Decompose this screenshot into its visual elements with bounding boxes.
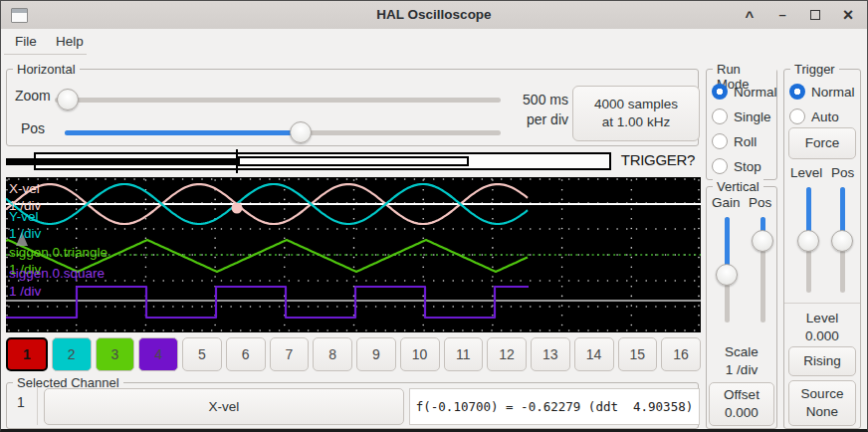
- radio-normal[interactable]: Normal: [789, 82, 855, 102]
- horizontal-panel: Horizontal Zoom Pos 500 ms per div 4000 …: [6, 69, 699, 146]
- offset-button[interactable]: Offset 0.000: [709, 382, 774, 426]
- radio-normal[interactable]: Normal: [712, 82, 777, 102]
- trigger-status-label: TRIGGER?: [616, 151, 700, 168]
- channel-button-2[interactable]: 2: [52, 337, 92, 371]
- level-caption: Level: [784, 311, 860, 325]
- run-mode-panel: Run Mode NormalSingleRollStop: [706, 69, 777, 180]
- radio-label: Normal: [811, 85, 855, 100]
- radio-label: Normal: [734, 85, 777, 100]
- separator: [37, 387, 38, 425]
- trace-siggen-square: [6, 287, 529, 318]
- radio-roll[interactable]: Roll: [712, 131, 757, 151]
- edge-button[interactable]: Rising: [788, 346, 856, 376]
- radio-stop[interactable]: Stop: [712, 156, 761, 176]
- window-controls: ^ – ×: [743, 1, 855, 29]
- channel-button-13[interactable]: 13: [531, 337, 570, 371]
- samples-line2: at 1.00 kHz: [602, 113, 670, 131]
- hal-oscilloscope-window: HAL Oscilloscope ^ – × File Help Horizon…: [0, 0, 868, 432]
- channel-button-8[interactable]: 8: [313, 337, 352, 371]
- rate-unit: per div: [495, 109, 568, 129]
- offset-label: Offset: [724, 386, 760, 404]
- radio-unselected-icon[interactable]: [712, 158, 728, 174]
- separator: [784, 303, 860, 304]
- trigger-pos-label: Pos: [831, 165, 854, 180]
- scale-value: 1 /div: [707, 362, 776, 377]
- vertical-pos-slider-handle[interactable]: [752, 230, 773, 252]
- channel-button-1[interactable]: 1: [6, 337, 48, 371]
- menu-item-file[interactable]: File: [9, 29, 43, 55]
- force-button[interactable]: Force: [788, 127, 856, 159]
- channel-button-11[interactable]: 11: [444, 337, 484, 371]
- channel-value-readout: f(-0.10700) = -0.62279 (ddt 4.90358): [409, 388, 700, 425]
- channel-label-scale: 1 /div: [9, 284, 42, 299]
- radio-unselected-icon[interactable]: [712, 108, 728, 124]
- radio-selected-icon[interactable]: [712, 84, 728, 100]
- gain-slider-handle[interactable]: [716, 264, 738, 286]
- trigger-pos-slider-handle[interactable]: [831, 230, 853, 252]
- channel-button-6[interactable]: 6: [226, 337, 266, 371]
- close-icon[interactable]: ×: [841, 1, 855, 29]
- radio-auto[interactable]: Auto: [789, 107, 839, 126]
- channel-label-name: X-vel: [9, 181, 40, 196]
- window-title: HAL Oscilloscope: [1, 1, 867, 29]
- channel-button-16[interactable]: 16: [661, 337, 701, 371]
- channel-button-row: 12345678910111213141516: [6, 337, 701, 371]
- channel-button-3[interactable]: 3: [96, 337, 135, 371]
- source-value: None: [806, 403, 838, 421]
- offset-value: 0.000: [725, 404, 759, 422]
- source-label: Source: [801, 385, 844, 403]
- sample-marker: [232, 203, 243, 214]
- source-button[interactable]: Source None: [788, 380, 856, 426]
- channel-button-5[interactable]: 5: [182, 337, 222, 371]
- level-slider-handle[interactable]: [797, 230, 819, 252]
- channel-button-10[interactable]: 10: [400, 337, 440, 371]
- channel-label-scale: 1 /div: [9, 226, 42, 241]
- zoom-slider[interactable]: [55, 98, 501, 103]
- titlebar: HAL Oscilloscope ^ – ×: [1, 1, 867, 30]
- channel-button-14[interactable]: 14: [574, 337, 614, 371]
- radio-label: Stop: [734, 159, 761, 174]
- sample-rate-text: 500 ms per div: [495, 90, 568, 129]
- scope-graticule: X-vel1 /divY-vel1 /divsiggen.0.triangle1…: [6, 177, 701, 332]
- pretrigger-fill: [6, 158, 238, 165]
- radio-unselected-icon[interactable]: [789, 108, 805, 124]
- gain-label: Gain: [712, 195, 741, 210]
- channel-label-name: siggen.0.square: [9, 266, 105, 281]
- trigger-panel: Trigger NormalAuto Force Level Pos Level…: [783, 69, 861, 429]
- channel-button-4[interactable]: 4: [138, 337, 178, 371]
- radio-label: Roll: [734, 134, 757, 149]
- trigger-point-tick: [236, 149, 238, 173]
- radio-selected-icon[interactable]: [789, 84, 805, 100]
- trigger-legend: Trigger: [790, 62, 839, 77]
- radio-unselected-icon[interactable]: [712, 133, 728, 149]
- scale-label: Scale: [707, 344, 776, 359]
- level-value: 0.000: [784, 328, 860, 343]
- channel-name-button[interactable]: X-vel: [44, 388, 404, 425]
- vertical-panel: Vertical Gain Pos Scale 1 /div Offset 0.…: [706, 186, 777, 429]
- menu-item-help[interactable]: Help: [50, 29, 90, 55]
- minimize-icon[interactable]: –: [775, 1, 789, 29]
- record-window-indicator: [238, 156, 469, 166]
- channel-button-15[interactable]: 15: [618, 337, 658, 371]
- samples-line1: 4000 samples: [594, 96, 678, 113]
- samples-button[interactable]: 4000 samples at 1.00 kHz: [572, 86, 700, 141]
- pos-slider-handle[interactable]: [290, 121, 312, 143]
- radio-label: Single: [734, 109, 771, 124]
- pos-label: Pos: [21, 120, 45, 136]
- channel-label-name: Y-vel: [9, 209, 39, 224]
- menubar-underline: [4, 54, 87, 55]
- maximize-icon[interactable]: [808, 1, 822, 29]
- vertical-pos-label: Pos: [749, 195, 771, 210]
- level-label: Level: [790, 165, 822, 180]
- shade-icon[interactable]: ^: [743, 3, 757, 31]
- channel-button-12[interactable]: 12: [487, 337, 527, 371]
- channel-button-7[interactable]: 7: [270, 337, 310, 371]
- selected-channel-number: 1: [17, 394, 25, 410]
- radio-label: Auto: [811, 109, 839, 124]
- zoom-label: Zoom: [15, 88, 51, 104]
- channel-button-9[interactable]: 9: [356, 337, 396, 371]
- zoom-slider-handle[interactable]: [57, 89, 79, 110]
- scope-display[interactable]: X-vel1 /divY-vel1 /divsiggen.0.triangle1…: [6, 177, 701, 332]
- radio-single[interactable]: Single: [712, 107, 771, 126]
- rate-value: 500 ms: [495, 90, 568, 109]
